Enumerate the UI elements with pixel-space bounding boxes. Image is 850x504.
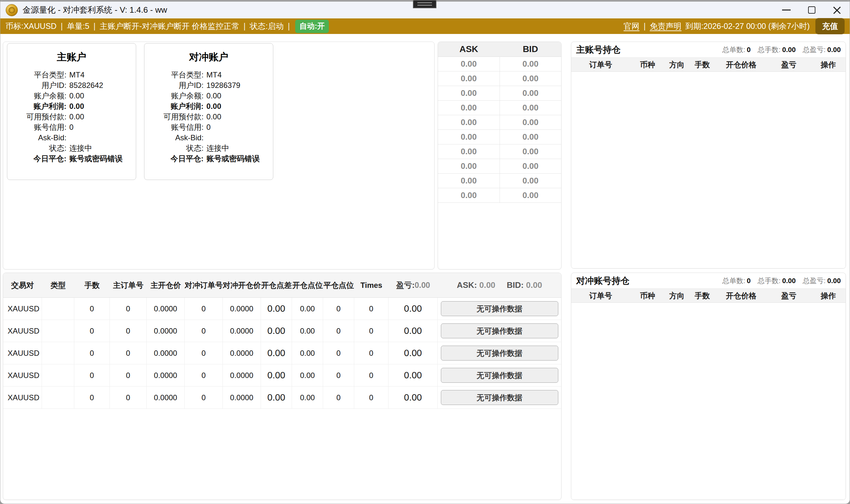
account-field-label: 账号信用: [144,122,203,132]
main-open-price: 0.0000 [147,386,185,409]
pairs-panel: 交易对 类型 手数 主订单号 主开仓价 对冲订单号 对冲开仓价 开仓点差 开仓点… [3,273,561,500]
account-field-value: 0.00 [206,90,273,101]
open-point: 0.00 [292,320,323,342]
hedge-positions-title-row: 对冲账号持仓 总单数:0 总手数:0.00 总盈亏:0.00 [571,273,846,289]
disclaimer-link[interactable]: 免责声明 [650,21,682,32]
account-field-value: 0.00 [69,90,136,101]
separator: | [61,22,63,31]
hedge-positions-totals: 总单数:0 总手数:0.00 总盈亏:0.00 [722,276,841,286]
pair-pl: 0.00 [388,386,438,409]
account-field-value: 连接中 [206,143,273,153]
account-field-value [69,132,136,143]
close-point: 0 [323,342,354,364]
quote-row: 0.00 0.00 [438,115,561,130]
pair-lots: 0 [74,298,110,320]
hedge-open-price: 0.0000 [223,386,261,409]
account-field-value: MT4 [206,70,273,80]
hedge-open-price: 0.0000 [223,364,261,386]
account-field-value: 0.00 [206,101,273,111]
quote-row: 0.00 0.00 [438,144,561,159]
hedge-order-id: 0 [185,364,223,386]
screen-share-handle[interactable] [413,0,436,8]
pair-symbol: XAUUSD [3,320,42,342]
account-field-row: 账户利润: 0.00 [7,101,136,111]
open-spread: 0.00 [261,320,292,342]
pair-type [42,386,74,409]
account-field-label: 账户利润: [7,101,66,111]
separator: | [243,22,246,31]
main-account-card: 主账户 平台类型: MT4 用户ID: 85282642 账户余额: 0.00 … [7,43,136,180]
hedge-open-price: 0.0000 [223,342,261,364]
ask-value: 0.00 [438,57,500,71]
account-field-label: 状态: [144,143,203,153]
ask-value: 0.00 [438,130,500,144]
main-order-id: 0 [110,298,147,320]
total-orders: 总单数:0 [722,45,750,55]
auto-toggle-badge[interactable]: 自动:开 [295,20,329,33]
pair-lots: 0 [74,364,110,386]
recharge-button[interactable]: 充值 [815,18,845,34]
pair-action-cell: 无可操作数据 [438,364,561,386]
account-field-label: 用户ID: [144,80,203,90]
official-site-link[interactable]: 官网 [624,21,639,32]
bid-value: 0.00 [500,174,561,188]
times-value: 0 [354,320,388,342]
main-positions-column-headers: 订单号 币种 方向 手数 开仓价格 盈亏 操作 [571,58,846,72]
status-state: 状态:启动 [250,21,284,32]
pair-pl: 0.00 [388,364,438,386]
main-positions-title-row: 主账号持仓 总单数:0 总手数:0.00 总盈亏:0.00 [571,42,846,58]
pair-lots: 0 [74,342,110,364]
ask-value: 0.00 [438,101,500,115]
pair-action-cell: 无可操作数据 [438,386,561,409]
pair-lots: 0 [74,320,110,342]
pair-symbol: XAUUSD [3,364,42,386]
account-field-row: 账号信用: 0 [7,122,136,132]
total-pl: 总盈亏:0.00 [803,276,841,286]
window-title: 金源量化 - 对冲套利系统 - V: 1.4.6 - ww [22,4,167,16]
close-point: 0 [323,298,354,320]
no-data-button[interactable]: 无可操作数据 [441,346,558,361]
main-open-price: 0.0000 [147,298,185,320]
bid-summary: BID: 0.00 [507,280,542,290]
quote-table-body: 0.00 0.00 0.00 0.00 0.00 0.00 0.00 0.00 … [438,57,561,203]
pairs-row: XAUUSD 0 0 0.0000 0 0.0000 0.00 0.00 0 0… [3,386,561,409]
window-controls [774,2,850,18]
quote-table-header: ASK BID [438,42,561,57]
pair-symbol: XAUUSD [3,298,42,320]
ask-value: 0.00 [438,86,500,100]
account-field-row: 状态: 连接中 [7,143,136,153]
pairs-column-headers: 交易对 类型 手数 主订单号 主开仓价 对冲订单号 对冲开仓价 开仓点差 开仓点… [3,273,561,298]
no-data-button[interactable]: 无可操作数据 [441,301,558,316]
pair-action-cell: 无可操作数据 [438,342,561,364]
bid-value: 0.00 [500,188,561,202]
close-button[interactable] [824,2,850,18]
hedge-open-price: 0.0000 [223,298,261,320]
pair-pl: 0.00 [388,320,438,342]
status-connection: 主账户断开-对冲账户断开 价格监控正常 [100,21,239,32]
minimize-button[interactable] [774,2,799,18]
total-lots: 总手数:0.00 [758,45,796,55]
total-orders: 总单数:0 [722,276,750,286]
no-data-button[interactable]: 无可操作数据 [441,390,558,405]
account-field-label: 账户余额: [144,90,203,101]
minimize-icon [782,10,791,11]
quote-row: 0.00 0.00 [438,101,561,115]
no-data-button[interactable]: 无可操作数据 [441,323,558,338]
maximize-button[interactable] [799,2,824,18]
quote-row: 0.00 0.00 [438,57,561,71]
pair-pl: 0.00 [388,298,438,320]
no-data-button[interactable]: 无可操作数据 [441,368,558,383]
quote-row: 0.00 0.00 [438,130,561,144]
pair-symbol: XAUUSD [3,386,42,409]
account-field-value [206,132,273,143]
separator: | [644,22,646,31]
total-lots: 总手数:0.00 [758,276,796,286]
maximize-icon [808,6,815,14]
account-field-row: 今日平仓: 账号或密码错误 [144,153,273,164]
account-field-row: Ask-Bid: [144,132,273,143]
times-value: 0 [354,386,388,409]
open-point: 0.00 [292,342,323,364]
account-field-label: 今日平仓: [7,153,66,164]
bid-value: 0.00 [500,130,561,144]
pair-action-cell: 无可操作数据 [438,320,561,342]
